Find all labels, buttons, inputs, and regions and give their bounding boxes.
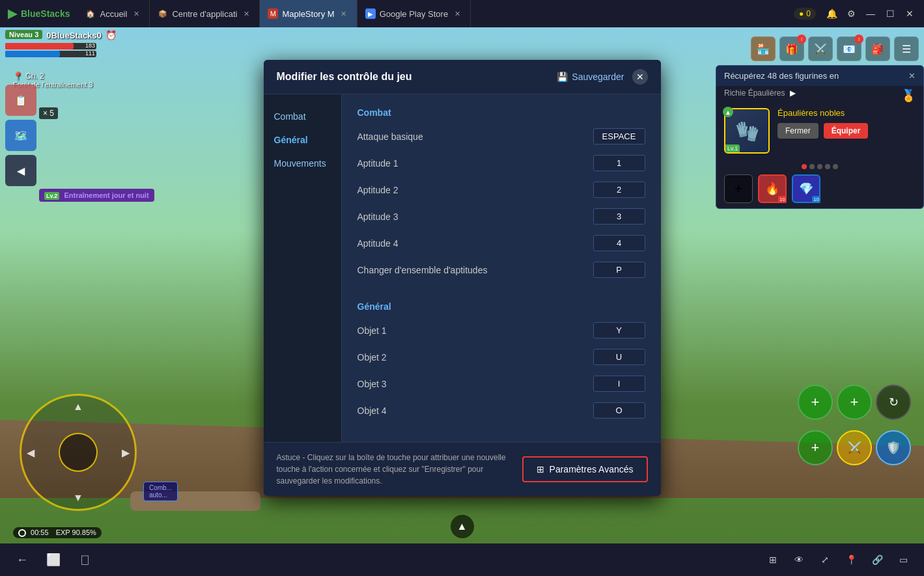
keybind-key-2[interactable]: 2 [593, 182, 645, 198]
modal-header-right: 💾 Sauvegarder ✕ [557, 69, 647, 85]
save-button[interactable]: 💾 Sauvegarder [557, 72, 624, 82]
tab-maplestory-icon: M [268, 8, 278, 19]
section-divider-1 [357, 288, 645, 301]
keybind-label-attaque: Attaque basique [357, 131, 423, 142]
keybind-objet4: Objet 4 O [357, 402, 645, 418]
advanced-btn-label: Paramètres Avancés [550, 464, 634, 474]
keybind-key-1[interactable]: 1 [593, 155, 645, 171]
keybind-key-y[interactable]: Y [593, 322, 645, 338]
footer-hint: Astuce - Cliquez sur la boîte de touche … [277, 452, 522, 487]
maximize-btn[interactable]: ☐ [881, 5, 899, 23]
display-btn[interactable]: ▭ [893, 549, 914, 570]
modal-close-btn[interactable]: ✕ [632, 69, 648, 85]
save-icon: 💾 [557, 72, 568, 82]
modal-overlay: Modifier les contrôle du jeu 💾 Sauvegard… [0, 27, 924, 543]
back-nav-btn[interactable]: ← [10, 548, 34, 571]
recent-nav-btn[interactable]: ⎕ [73, 548, 96, 571]
eye-btn[interactable]: 👁 [789, 549, 809, 570]
tab-playstore-icon: ▶ [365, 8, 376, 19]
coin-count: 0 [806, 9, 811, 18]
keybind-key-u[interactable]: U [593, 349, 645, 365]
close-btn[interactable]: ✕ [901, 5, 919, 23]
tab-maplestory-close[interactable]: ✕ [339, 8, 349, 19]
app-logo-icon: ▶ [8, 7, 17, 21]
modal-content: Combat Attaque basique ESPACE Aptitude 1… [342, 94, 661, 442]
keybind-label-obj2: Objet 2 [357, 352, 387, 363]
sidebar-combat-label: Combat [274, 111, 306, 122]
coin-icon: ● [799, 9, 804, 18]
keybind-attaque-basique: Attaque basique ESPACE [357, 128, 645, 144]
keybind-aptitude3: Aptitude 3 3 [357, 208, 645, 225]
bottom-bar: ← ⬜ ⎕ ⊞ 👁 ⤢ 📍 🔗 ▭ [0, 543, 924, 576]
settings-icon: ⊞ [537, 464, 544, 474]
home-nav-btn[interactable]: ⬜ [42, 548, 65, 571]
tab-playstore-label: Google Play Store [380, 9, 449, 19]
modal-body: Combat Général Mouvements Combat Attaque… [264, 94, 661, 442]
keybind-key-p[interactable]: P [593, 262, 645, 278]
keybind-objet2: Objet 2 U [357, 349, 645, 365]
grid-view-btn[interactable]: ⊞ [763, 549, 783, 570]
keybind-label-obj4: Objet 4 [357, 405, 387, 416]
notification-btn[interactable]: 🔔 [822, 5, 841, 23]
sidebar-mouvements-label: Mouvements [274, 158, 326, 169]
keybind-label-changer: Changer d'ensemble d'aptitudes [357, 265, 488, 275]
keybind-key-espace[interactable]: ESPACE [593, 128, 645, 144]
keybind-aptitude1: Aptitude 1 1 [357, 155, 645, 171]
window-controls: ● 0 🔔 ⚙ — ☐ ✕ [794, 5, 924, 23]
sidebar-item-general[interactable]: Général [264, 128, 341, 152]
tab-playstore-close[interactable]: ✕ [452, 8, 462, 19]
modal-title: Modifier les contrôle du jeu [277, 71, 412, 83]
tab-playstore[interactable]: ▶ Google Play Store ✕ [357, 0, 471, 27]
control-modal: Modifier les contrôle du jeu 💾 Sauvegard… [264, 60, 661, 496]
tab-centre[interactable]: 📦 Centre d'applicati ✕ [150, 0, 260, 27]
tab-maplestory-label: MapleStory M [282, 9, 334, 19]
keybind-label-obj3: Objet 3 [357, 379, 387, 389]
modal-header: Modifier les contrôle du jeu 💾 Sauvegard… [264, 60, 661, 94]
sidebar-item-combat[interactable]: Combat [264, 105, 341, 128]
section-general-title: Général [357, 301, 645, 312]
tab-accueil-close[interactable]: ✕ [131, 8, 141, 19]
keybind-label-obj1: Objet 1 [357, 325, 387, 336]
tab-maplestory[interactable]: M MapleStory M ✕ [260, 0, 357, 27]
tab-accueil[interactable]: 🏠 Accueil ✕ [77, 0, 150, 27]
keybind-aptitude2: Aptitude 2 2 [357, 182, 645, 198]
minimize-btn[interactable]: — [861, 5, 880, 23]
section-combat-title: Combat [357, 107, 645, 118]
keybind-key-i[interactable]: I [593, 376, 645, 392]
bottom-nav: ← ⬜ ⎕ [10, 548, 96, 571]
coin-badge: ● 0 [794, 8, 816, 20]
keybind-label-apt3: Aptitude 3 [357, 212, 399, 222]
save-label: Sauvegarder [572, 72, 624, 82]
app-logo: ▶ BlueStacks [0, 7, 77, 21]
tab-accueil-icon: 🏠 [85, 8, 96, 19]
keybind-label-apt2: Aptitude 2 [357, 185, 401, 195]
tab-centre-icon: 📦 [158, 8, 168, 19]
keybind-objet1: Objet 1 Y [357, 322, 645, 338]
modal-sidebar: Combat Général Mouvements [264, 94, 342, 442]
keybind-aptitude4: Aptitude 4 4 [357, 235, 645, 251]
keybind-label-apt4: Aptitude 4 [357, 238, 399, 249]
fullscreen-btn[interactable]: ⤢ [815, 549, 835, 570]
keybind-objet3: Objet 3 I [357, 376, 645, 392]
keybind-label-apt1: Aptitude 1 [357, 158, 399, 169]
advanced-settings-btn[interactable]: ⊞ Paramètres Avancés [522, 456, 648, 482]
title-bar: ▶ BlueStacks 🏠 Accueil ✕ 📦 Centre d'appl… [0, 0, 924, 27]
tab-centre-close[interactable]: ✕ [241, 8, 251, 19]
tab-centre-label: Centre d'applicati [172, 9, 237, 19]
sidebar-item-mouvements[interactable]: Mouvements [264, 152, 341, 175]
keybind-key-4[interactable]: 4 [593, 235, 645, 251]
keybind-changer: Changer d'ensemble d'aptitudes P [357, 262, 645, 278]
settings-btn[interactable]: ⚙ [842, 5, 860, 23]
link-btn[interactable]: 🔗 [867, 549, 888, 570]
app-logo-name: BlueStacks [21, 8, 70, 19]
modal-footer: Astuce - Cliquez sur la boîte de touche … [264, 442, 661, 496]
tab-accueil-label: Accueil [100, 9, 127, 19]
sidebar-general-label: Général [274, 135, 308, 145]
location-btn[interactable]: 📍 [841, 549, 861, 570]
keybind-key-3[interactable]: 3 [593, 208, 645, 225]
keybind-key-o[interactable]: O [593, 402, 645, 418]
bottom-right-controls: ⊞ 👁 ⤢ 📍 🔗 ▭ [763, 549, 914, 570]
